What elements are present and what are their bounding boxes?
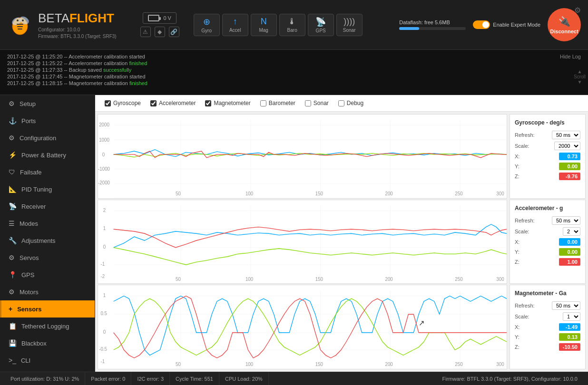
sidebar-item-configuration[interactable]: ⚙ Configuration	[0, 129, 95, 146]
svg-text:0.5: 0.5	[100, 311, 107, 317]
check-accelerometer[interactable]: Accelerometer	[150, 100, 196, 106]
gyro-refresh-select[interactable]: 50 ms	[552, 131, 580, 139]
svg-text:-0.5: -0.5	[99, 346, 107, 352]
gyro-y-label: Y:	[515, 164, 519, 169]
gyro-chart-row: 2000 1000 0 -1000 -2000 50 100 150 200 2…	[98, 114, 586, 199]
sidebar-item-gps[interactable]: 📍 GPS	[0, 266, 95, 283]
sidebar-item-servos[interactable]: ⚙ Servos	[0, 249, 95, 266]
svg-text:50: 50	[176, 276, 181, 281]
setup-icon: ⚙	[9, 100, 15, 107]
accel-refresh-row: Refresh: 50 ms	[515, 216, 580, 225]
gps-icon: 📡	[315, 17, 326, 27]
sensor-gyro-btn[interactable]: ⊕ Gyro	[194, 14, 220, 36]
check-magnetometer[interactable]: Magnetometer	[205, 100, 250, 106]
sidebar-item-cli[interactable]: >_ CLI	[0, 352, 95, 369]
svg-text:300: 300	[496, 191, 504, 196]
sidebar-label-failsafe: Failsafe	[20, 169, 42, 176]
mag-scale-label: Scale:	[515, 314, 529, 319]
motors-icon: ⚙	[9, 288, 15, 296]
mag-z-value: -10.50	[559, 343, 580, 351]
ports-icon: ⚓	[9, 117, 17, 125]
gyro-scale-select[interactable]: 2000	[554, 142, 580, 150]
sidebar-item-sensors[interactable]: + Sensors	[0, 300, 95, 318]
failsafe-icon: 🛡	[9, 168, 15, 176]
i2c-error: I2C error: 3	[131, 372, 170, 385]
status-bar: Port utilization: D: 31% U: 2% Packet er…	[0, 372, 588, 385]
sidebar-item-adjustments[interactable]: 🔧 Adjustments	[0, 232, 95, 249]
scroll-up-arrow[interactable]: ▲	[578, 69, 582, 74]
accel-scale-select[interactable]: 2	[563, 227, 580, 236]
header: BETA FLIGHT Configurator: 10.0.0 Firmwar…	[0, 0, 588, 50]
log-line-2: 2017-12-25 @ 11:25:22 -- Accelerometer c…	[7, 60, 581, 66]
check-gyroscope[interactable]: Gyroscope	[105, 100, 141, 106]
expert-mode-toggle[interactable]: Enable Expert Mode	[473, 20, 540, 29]
mag-scale-select[interactable]: 1	[563, 312, 580, 321]
sidebar-item-tethered-logging[interactable]: 📋 Tethered Logging	[0, 318, 95, 335]
sidebar-item-failsafe[interactable]: 🛡 Failsafe	[0, 164, 95, 181]
svg-text:50: 50	[176, 362, 181, 367]
check-sonar[interactable]: Sonar	[305, 100, 329, 106]
accel-y-value: 0.00	[559, 248, 580, 256]
right-area: Dataflash: free 5.6MB Enable Expert Mode…	[399, 8, 581, 41]
sidebar-label-ports: Ports	[21, 117, 36, 125]
accel-refresh-label: Refresh:	[515, 218, 535, 223]
sensor-mag-btn[interactable]: N Mag	[251, 14, 277, 36]
gyro-x-value: 0.73	[559, 153, 580, 160]
accel-chart-row: 2 1 0 -1 -2 50 100 150 200 250 300	[98, 200, 586, 284]
toggle-switch[interactable]	[473, 20, 490, 29]
diamond-icon[interactable]: ◆	[155, 27, 165, 37]
sidebar-item-ports[interactable]: ⚓ Ports	[0, 112, 95, 129]
mag-z-row: Z: -10.50	[515, 343, 580, 351]
svg-text:150: 150	[315, 362, 323, 367]
link-icon[interactable]: 🔗	[169, 27, 179, 37]
accel-panel: Accelerometer - g Refresh: 50 ms Scale: …	[510, 200, 586, 284]
svg-text:150: 150	[315, 276, 323, 281]
sidebar-label-pid-tuning: PID Tuning	[21, 186, 52, 193]
sidebar-item-receiver[interactable]: 📡 Receiver	[0, 198, 95, 215]
sidebar-item-motors[interactable]: ⚙ Motors	[0, 283, 95, 300]
mag-y-row: Y: 0.13	[515, 333, 580, 341]
sidebar-item-blackbox[interactable]: 💾 Blackbox	[0, 335, 95, 352]
mag-refresh-select[interactable]: 50 ms	[552, 301, 580, 310]
accel-refresh-select[interactable]: 50 ms	[552, 216, 580, 225]
gyro-panel-title: Gyroscope - deg/s	[515, 119, 580, 126]
svg-text:50: 50	[176, 191, 181, 196]
svg-text:200: 200	[385, 362, 393, 367]
svg-text:0: 0	[103, 244, 106, 249]
log-line-1: 2017-12-25 @ 11:25:20 -- Accelerometer c…	[7, 54, 581, 59]
blackbox-icon: 💾	[9, 339, 17, 347]
settings-icon[interactable]: ⚙	[574, 6, 581, 15]
accel-y-row: Y: 0.00	[515, 248, 580, 256]
check-barometer[interactable]: Barometer	[260, 100, 295, 106]
sidebar-item-modes[interactable]: ☰ Modes	[0, 215, 95, 232]
check-debug[interactable]: Debug	[338, 100, 363, 106]
sidebar-item-power-battery[interactable]: ⚡ Power & Battery	[0, 146, 95, 164]
packet-error: Packet error: 0	[85, 372, 131, 385]
sonar-icon: ))))	[343, 17, 355, 27]
sidebar-label-setup: Setup	[20, 100, 36, 107]
log-highlight: finished	[129, 80, 147, 86]
log-line-5: 2017-12-25 @ 11:28:15 -- Magnetometer ca…	[7, 80, 581, 86]
svg-rect-3	[17, 24, 23, 25]
sensor-sonar-btn[interactable]: )))) Sonar	[336, 14, 363, 36]
hide-log-btn[interactable]: Hide Log	[560, 54, 581, 59]
svg-text:-1000: -1000	[98, 166, 110, 172]
svg-text:100: 100	[245, 276, 254, 281]
accel-y-label: Y:	[515, 249, 519, 255]
scroll-down-arrow[interactable]: ▼	[578, 79, 582, 85]
svg-text:0: 0	[103, 329, 106, 335]
sidebar-label-servos: Servos	[20, 254, 39, 261]
gyro-y-row: Y: 0.00	[515, 163, 580, 170]
sensor-baro-btn[interactable]: 🌡 Baro	[279, 14, 305, 36]
svg-text:2: 2	[103, 207, 106, 212]
sensor-accel-btn[interactable]: ↑ Accel	[222, 14, 248, 36]
warning-icon[interactable]: ⚠	[140, 27, 151, 37]
sensor-gps-btn[interactable]: 📡 GPS	[308, 14, 334, 36]
sidebar-label-blackbox: Blackbox	[21, 340, 47, 347]
content-area: Gyroscope Accelerometer Magnetometer Bar…	[95, 95, 588, 372]
accel-chart-container: 2 1 0 -1 -2 50 100 150 200 250 300	[98, 200, 507, 284]
sidebar-item-pid-tuning[interactable]: 📐 PID Tuning	[0, 181, 95, 198]
cpu-load: CPU Load: 20%	[219, 372, 269, 385]
svg-rect-5	[18, 29, 22, 29]
sidebar-item-setup[interactable]: ⚙ Setup	[0, 95, 95, 112]
